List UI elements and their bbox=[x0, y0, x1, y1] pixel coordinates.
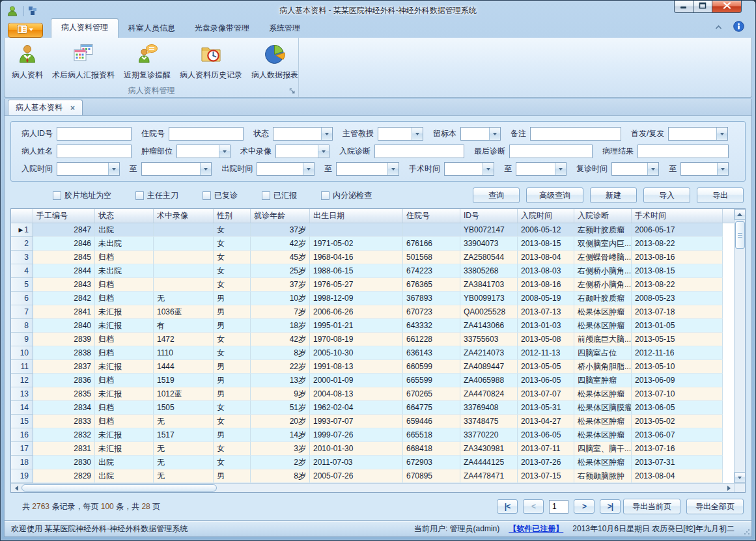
ribbon-button-postop-report-data[interactable]: 术后病人汇报资料 bbox=[48, 41, 119, 83]
ribbon-button-patient-data-history[interactable]: 病人资料历史记录 bbox=[175, 41, 247, 83]
license-registered-link[interactable]: 【软件已注册】 bbox=[509, 523, 563, 534]
new-button[interactable]: 新建 bbox=[590, 187, 637, 203]
chief-professor-combo[interactable] bbox=[378, 127, 423, 141]
first-page-button[interactable]: |< bbox=[497, 499, 518, 514]
last-page-button[interactable]: >| bbox=[600, 499, 621, 514]
admission-time-to-combo[interactable] bbox=[141, 162, 212, 176]
scroll-down-button[interactable] bbox=[735, 472, 746, 483]
export-all-pages-button[interactable]: 导出全部页 bbox=[686, 499, 744, 514]
close-button[interactable] bbox=[712, 1, 742, 13]
chief-professor-dropdown-button[interactable] bbox=[412, 128, 423, 140]
import-button[interactable]: 导入 bbox=[643, 187, 690, 203]
column-header-admission-diagnosis[interactable]: 入院诊断 bbox=[574, 209, 632, 223]
export-current-page-button[interactable]: 导出当前页 bbox=[623, 499, 680, 514]
table-row-10[interactable]: 102838归档1110女8岁2005-10-30636143ZA4214073… bbox=[11, 346, 734, 360]
table-row-14[interactable]: 142834归档1505女51岁1962-02-0466477533769408… bbox=[11, 401, 734, 415]
followup-time-from-combo[interactable] bbox=[611, 162, 660, 176]
column-header-surgery-time[interactable]: 手术时间 bbox=[632, 209, 723, 223]
surgery-time-from-dropdown-button[interactable] bbox=[483, 163, 494, 175]
row-header-2[interactable]: 2 bbox=[11, 237, 33, 251]
admission-no-input[interactable] bbox=[169, 127, 244, 141]
dialog-launcher-icon[interactable] bbox=[288, 87, 296, 95]
scroll-up-button[interactable] bbox=[735, 209, 746, 220]
column-header-admission-no[interactable]: 住院号 bbox=[403, 209, 460, 223]
specimen-kept-dropdown-button[interactable] bbox=[489, 128, 500, 140]
advanced-query-button[interactable]: 高级查询 bbox=[526, 187, 583, 203]
discharge-time-from-dropdown-button[interactable] bbox=[303, 163, 314, 175]
pathology-result-input[interactable] bbox=[637, 145, 729, 158]
column-header-visit-age[interactable]: 就诊年龄 bbox=[251, 209, 310, 223]
query-button[interactable]: 查询 bbox=[473, 187, 520, 203]
ribbon-tab-patient-data-management[interactable]: 病人资料管理 bbox=[51, 18, 119, 38]
table-row-7[interactable]: 72841未汇报1036蓝男7岁2006-06-26670723QA002552… bbox=[11, 305, 734, 319]
first-or-relapse-combo[interactable] bbox=[668, 127, 728, 141]
document-tab-patient-basic-info[interactable]: 病人基本资料 × bbox=[8, 100, 83, 115]
info-icon[interactable] bbox=[733, 21, 744, 34]
checkbox-revisited[interactable]: 已复诊 bbox=[203, 190, 238, 201]
followup-time-to-dropdown-button[interactable] bbox=[717, 163, 728, 175]
row-header-17[interactable]: 17 bbox=[11, 442, 33, 456]
column-header-status[interactable]: 状态 bbox=[95, 209, 154, 223]
remark-input[interactable] bbox=[530, 127, 621, 141]
application-menu-button[interactable] bbox=[8, 23, 43, 38]
prev-page-button[interactable]: < bbox=[523, 499, 544, 514]
vertical-scroll-track[interactable] bbox=[735, 249, 745, 472]
table-row-1[interactable]: ▶12847出院女37岁YB00721472006-05-12左额叶胶质瘤200… bbox=[11, 223, 734, 237]
table-row-19[interactable]: 192829出院无男8岁2005-07-26670895ZA4478471201… bbox=[11, 469, 734, 483]
export-button[interactable]: 导出 bbox=[697, 187, 744, 203]
specimen-kept-combo[interactable] bbox=[460, 127, 501, 141]
table-row-11[interactable]: 112837未汇报1444男22岁1991-08-13660599ZA40894… bbox=[11, 360, 734, 374]
ribbon-button-patient-data[interactable]: 病人资料 bbox=[7, 41, 48, 83]
patient-id-input[interactable] bbox=[57, 127, 132, 141]
ribbon-tab-system-management[interactable]: 系统管理 bbox=[259, 20, 310, 38]
tumor-site-dropdown-button[interactable] bbox=[219, 145, 230, 158]
row-header-13[interactable]: 13 bbox=[11, 387, 33, 401]
table-row-5[interactable]: 52843归档女37岁1976-05-27676365ZA38417032013… bbox=[11, 278, 734, 292]
checkbox-reported[interactable]: 已汇报 bbox=[262, 190, 297, 201]
intraop-video-combo[interactable] bbox=[275, 145, 329, 158]
minimize-button[interactable] bbox=[674, 1, 693, 13]
table-row-12[interactable]: 122836归档1519男13岁2000-01-09665599ZA406598… bbox=[11, 374, 734, 387]
surgery-time-from-combo[interactable] bbox=[444, 162, 494, 176]
table-row-8[interactable]: 82840未汇报有男18岁1995-01-21643332ZA414306620… bbox=[11, 319, 734, 333]
discharge-time-from-combo[interactable] bbox=[257, 162, 315, 176]
table-row-4[interactable]: 42844未出院女25岁1988-06-15674223338052682013… bbox=[11, 264, 734, 278]
column-header-intraop-video[interactable]: 术中录像 bbox=[154, 209, 214, 223]
row-header-19[interactable]: 19 bbox=[11, 469, 33, 483]
admission-time-from-dropdown-button[interactable] bbox=[108, 163, 119, 175]
table-row-9[interactable]: 92839归档1472女42岁1970-08-19661228337556032… bbox=[11, 333, 734, 346]
first-or-relapse-dropdown-button[interactable] bbox=[716, 128, 727, 140]
ribbon-button-patient-data-report[interactable]: 病人数据报表 bbox=[247, 41, 303, 83]
row-header-9[interactable]: 9 bbox=[11, 333, 33, 346]
row-header-15[interactable]: 15 bbox=[11, 415, 33, 428]
table-row-16[interactable]: 162832未汇报1517男14岁1999-07-266655183377022… bbox=[11, 428, 734, 442]
horizontal-scrollbar[interactable] bbox=[11, 483, 745, 492]
checkbox-director-surgeon[interactable]: 主任主刀 bbox=[135, 190, 178, 201]
scroll-right-button[interactable] bbox=[723, 484, 734, 492]
column-header-manual-no[interactable]: 手工编号 bbox=[33, 209, 95, 223]
table-row-15[interactable]: 152833归档无女20岁1993-07-0765944633748475201… bbox=[11, 415, 734, 428]
patient-name-input[interactable] bbox=[57, 145, 132, 158]
admission-diagnosis-input[interactable] bbox=[374, 145, 464, 158]
row-header-5[interactable]: 5 bbox=[11, 278, 33, 292]
column-header-row-header[interactable] bbox=[11, 209, 33, 223]
table-row-18[interactable]: 182830出院无女2岁2011-07-03672903ZA4444125201… bbox=[11, 456, 734, 469]
row-header-8[interactable]: 8 bbox=[11, 319, 33, 333]
table-row-2[interactable]: 22846未出院女42岁1971-05-02676166339040732013… bbox=[11, 237, 734, 251]
table-row-6[interactable]: 62842归档无男10岁1998-12-09367893YB0099173200… bbox=[11, 292, 734, 305]
page-number-input[interactable] bbox=[549, 500, 568, 514]
row-header-1[interactable]: ▶1 bbox=[11, 223, 33, 237]
table-row-3[interactable]: 32845归档女45岁1968-04-16501568ZA25805442013… bbox=[11, 251, 734, 264]
surgery-time-to-combo[interactable] bbox=[516, 162, 566, 176]
admission-time-to-dropdown-button[interactable] bbox=[200, 163, 211, 175]
column-header-gender[interactable]: 性别 bbox=[214, 209, 251, 223]
column-header-birth-date[interactable]: 出生日期 bbox=[310, 209, 403, 223]
row-header-7[interactable]: 7 bbox=[11, 305, 33, 319]
intraop-video-dropdown-button[interactable] bbox=[318, 145, 329, 158]
surgery-time-to-dropdown-button[interactable] bbox=[555, 163, 566, 175]
collapse-ribbon-icon[interactable] bbox=[714, 23, 723, 32]
row-header-6[interactable]: 6 bbox=[11, 292, 33, 305]
row-header-4[interactable]: 4 bbox=[11, 264, 33, 278]
followup-time-from-dropdown-button[interactable] bbox=[647, 163, 658, 175]
table-row-13[interactable]: 132835未汇报1012蓝男9岁2004-08-13670265ZA44708… bbox=[11, 387, 734, 401]
